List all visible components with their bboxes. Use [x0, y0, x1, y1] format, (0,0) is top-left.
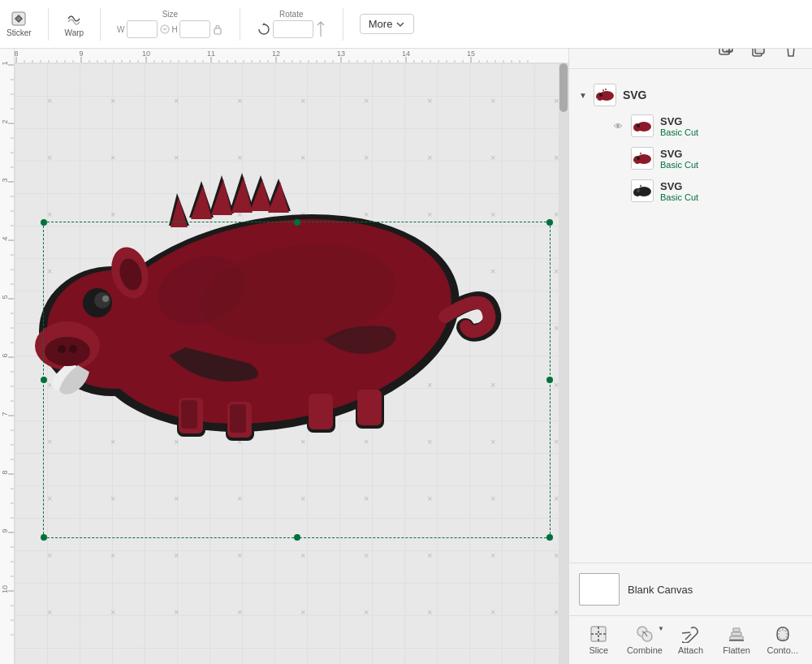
grid-cross: ×: [110, 550, 115, 560]
grid-cross: ×: [174, 494, 179, 503]
item-type-2: Basic Cut: [660, 160, 698, 170]
grid-cross: ×: [47, 550, 52, 560]
combine-dropdown-arrow: ▼: [658, 625, 664, 632]
grid-cross: ×: [427, 607, 432, 617]
group-thumb-icon: [595, 85, 615, 105]
slice-icon: [590, 625, 607, 643]
grid-cross: ×: [110, 607, 115, 617]
combine-icon: [636, 625, 654, 643]
grid-cross: ×: [300, 607, 305, 617]
canvas-area[interactable]: ××××××××××××××××××××××××××××××××××××××××…: [15, 63, 568, 664]
flatten-label: Flatten: [723, 645, 750, 655]
svg-rect-2: [214, 28, 221, 34]
slice-button[interactable]: Slice: [581, 625, 616, 655]
boar-image[interactable]: [31, 144, 534, 453]
svg-point-49: [616, 124, 620, 127]
svg-marker-21: [250, 179, 271, 211]
warp-tool[interactable]: Warp: [65, 11, 84, 37]
item-thumb-1: [631, 114, 654, 137]
grid-cross: ×: [364, 550, 369, 560]
blank-canvas-row: Blank Canvas: [579, 573, 802, 606]
item-icon-2: [633, 149, 652, 168]
svg-point-30: [102, 295, 109, 302]
grid-cross: ×: [237, 96, 242, 106]
item-info-2: SVG Basic Cut: [660, 148, 698, 170]
h-ruler-canvas: [0, 49, 568, 63]
list-item[interactable]: SVG Basic Cut: [579, 175, 802, 207]
item-icon-1: [633, 116, 652, 136]
rotate-group: Rotate: [257, 10, 326, 38]
flatten-button[interactable]: Flatten: [719, 625, 754, 655]
svg-marker-55: [640, 152, 641, 154]
grid-cross: ×: [300, 550, 305, 560]
list-item[interactable]: SVG Basic Cut: [579, 142, 802, 175]
grid-cross: ×: [300, 494, 305, 503]
svg-point-60: [637, 189, 640, 192]
svg-marker-47: [605, 88, 607, 90]
list-item[interactable]: SVG Basic Cut: [579, 110, 802, 142]
more-button[interactable]: More: [360, 14, 415, 34]
boar-svg: [31, 144, 534, 445]
item-type-1: Basic Cut: [660, 127, 698, 137]
grid-cross: ×: [364, 494, 369, 503]
svg-marker-46: [603, 88, 604, 91]
size-label: Size: [162, 10, 178, 19]
layer-group-header[interactable]: ▼ SVG: [579, 80, 802, 110]
divider-1: [48, 8, 49, 41]
layer-list: ▼ SVG: [569, 69, 812, 563]
sticker-tool[interactable]: Sticker: [6, 11, 32, 37]
h-label: H: [172, 25, 178, 34]
svg-point-33: [45, 337, 90, 366]
item-type-3: Basic Cut: [660, 192, 698, 202]
item-info-1: SVG Basic Cut: [660, 115, 698, 137]
chevron-down-icon: [395, 19, 405, 29]
w-label: W: [117, 25, 124, 34]
sticker-label: Sticker: [6, 28, 32, 37]
height-input[interactable]: [179, 20, 210, 38]
grid-cross: ×: [237, 550, 242, 560]
grid-cross: ×: [427, 96, 432, 106]
grid-cross: ×: [490, 96, 495, 106]
blank-canvas-thumb: [579, 573, 620, 606]
svg-marker-59: [640, 184, 641, 187]
contour-icon: [774, 625, 792, 643]
attach-icon: [682, 625, 700, 643]
attach-button[interactable]: Attach: [673, 625, 709, 655]
eye-icon-1: [611, 123, 624, 129]
combine-button[interactable]: ▼ Combine: [627, 625, 663, 655]
svg-rect-26: [357, 390, 382, 425]
combine-label: Combine: [627, 645, 663, 655]
flatten-icon: [728, 625, 745, 643]
horizontal-ruler: [0, 49, 568, 63]
group-thumb: [594, 84, 616, 106]
right-panel: Layers Color Sync: [568, 0, 812, 664]
rotate-input[interactable]: [273, 20, 313, 38]
item-thumb-3: [631, 179, 654, 202]
blank-canvas-label: Blank Canvas: [628, 584, 693, 596]
grid-cross: ×: [174, 96, 179, 106]
expand-arrow: ▼: [579, 91, 587, 100]
svg-point-35: [69, 345, 77, 353]
svg-rect-25: [309, 394, 333, 429]
grid-cross: ×: [47, 607, 52, 617]
item-info-3: SVG Basic Cut: [660, 180, 698, 202]
contour-button[interactable]: Conto...: [765, 625, 801, 655]
scrollbar-thumb[interactable]: [559, 63, 568, 112]
width-input[interactable]: [127, 20, 158, 38]
grid-cross: ×: [300, 96, 305, 106]
grid-cross: ×: [174, 607, 179, 617]
visibility-icon: [613, 123, 623, 129]
svg-rect-38: [181, 400, 197, 429]
lock-icon: [212, 24, 223, 35]
layer-group-svg: ▼ SVG: [569, 75, 812, 212]
grid-cross: ×: [47, 96, 52, 106]
grid-cross: ×: [490, 550, 495, 560]
vertical-ruler: [0, 49, 15, 664]
rotate-icon: [257, 22, 271, 37]
canvas-scrollbar[interactable]: [559, 63, 568, 664]
warp-label: Warp: [65, 28, 84, 37]
svg-marker-19: [211, 179, 232, 215]
svg-rect-68: [733, 628, 740, 632]
rotate-inputs: [257, 20, 326, 38]
grid-cross: ×: [237, 607, 242, 617]
